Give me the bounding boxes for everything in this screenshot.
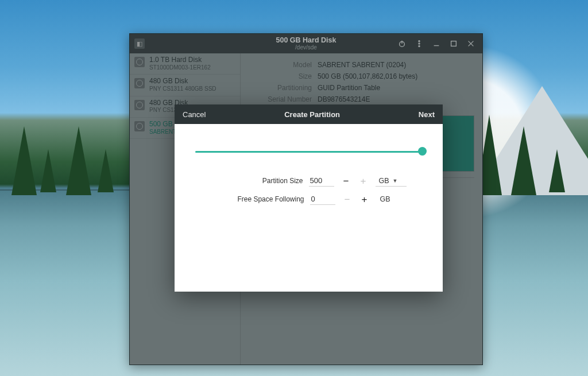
free-unit-label: GB	[377, 195, 405, 203]
cancel-button[interactable]: Cancel	[183, 110, 206, 119]
slider-track	[195, 151, 422, 153]
slider-thumb[interactable]	[418, 147, 427, 156]
free-decrement-button[interactable]: −	[341, 193, 354, 206]
next-button[interactable]: Next	[419, 110, 435, 119]
tree-decor	[11, 126, 37, 195]
partition-size-input[interactable]	[309, 175, 334, 187]
free-space-input[interactable]	[310, 193, 335, 205]
tree-decor	[98, 149, 114, 192]
size-unit-value: GB	[379, 177, 389, 185]
tree-decor	[511, 126, 536, 195]
dialog-header: Cancel Create Partition Next	[175, 104, 443, 124]
create-partition-dialog: Cancel Create Partition Next Partition S…	[175, 104, 443, 292]
tree-decor	[549, 149, 565, 192]
size-decrement-button[interactable]: −	[340, 175, 353, 187]
partition-size-label: Partition Size	[211, 177, 303, 185]
partition-size-row: Partition Size − + GB ▼	[191, 175, 427, 187]
tree-decor	[66, 126, 91, 195]
partition-size-slider[interactable]	[195, 146, 422, 157]
size-increment-button[interactable]: +	[357, 175, 370, 187]
free-space-row: Free Space Following − + GB	[191, 193, 427, 206]
tree-decor	[40, 149, 56, 192]
dialog-title: Create Partition	[284, 110, 340, 119]
free-increment-button[interactable]: +	[358, 193, 371, 206]
free-space-label: Free Space Following	[212, 195, 304, 203]
size-unit-select[interactable]: GB ▼	[376, 176, 407, 187]
chevron-down-icon: ▼	[393, 178, 398, 184]
